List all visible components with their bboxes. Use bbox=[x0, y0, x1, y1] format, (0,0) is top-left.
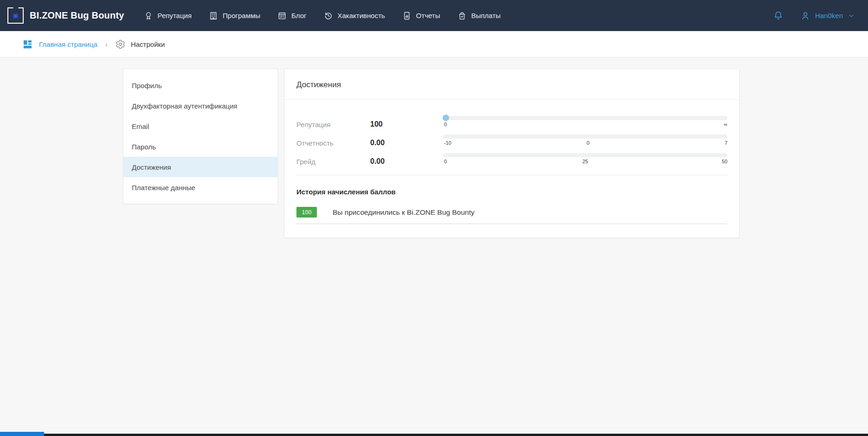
user-icon bbox=[800, 11, 810, 21]
building-icon bbox=[209, 11, 218, 20]
settings-sidebar: Профиль Двухфакторная аутентификация Ema… bbox=[123, 69, 278, 204]
metric-row-reputation: Репутация 100 0 ∞ bbox=[296, 115, 727, 134]
breadcrumb-current: Настройки bbox=[116, 39, 165, 49]
sidebar-item-email[interactable]: Email bbox=[123, 116, 277, 136]
breadcrumb: Главная страница › Настройки bbox=[0, 31, 868, 58]
nav-item-reports[interactable]: Отчеты bbox=[402, 11, 440, 20]
username: Han0ken bbox=[815, 12, 843, 19]
page-content: Профиль Двухфакторная аутентификация Ema… bbox=[0, 58, 868, 434]
payout-icon bbox=[457, 11, 467, 20]
slider-track bbox=[443, 135, 727, 139]
bizone-bug-icon bbox=[7, 7, 24, 24]
slider-track bbox=[443, 153, 727, 157]
nav-item-blog[interactable]: Блог bbox=[277, 11, 306, 20]
nav-item-label: Программы bbox=[223, 12, 260, 19]
sidebar-item-label: Профиль bbox=[132, 82, 162, 90]
breadcrumb-home-label: Главная страница bbox=[39, 40, 97, 48]
panel-header: Достижения bbox=[284, 69, 739, 100]
scale-min: 0 bbox=[444, 122, 447, 127]
metric-value: 0.00 bbox=[370, 157, 443, 166]
slider-scale: 0 25 50 bbox=[443, 159, 727, 165]
slider-track bbox=[443, 116, 727, 120]
dashboard-icon bbox=[22, 39, 33, 50]
sidebar-item-password[interactable]: Пароль bbox=[123, 136, 277, 157]
medal-icon bbox=[144, 11, 153, 20]
slider-handle[interactable] bbox=[443, 115, 449, 121]
scrollbar-accent bbox=[0, 432, 44, 436]
metric-label: Репутация bbox=[296, 121, 370, 128]
sidebar-item-profile[interactable]: Профиль bbox=[123, 75, 277, 96]
brand-logo[interactable]: BI.ZONE Bug Bounty bbox=[7, 7, 124, 24]
sidebar-item-label: Достижения bbox=[132, 163, 171, 171]
nav-item-payouts[interactable]: Выплаты bbox=[457, 11, 501, 20]
main-menu: Репутация Программы Блог Хакактивность О… bbox=[144, 11, 501, 20]
scale-max: ∞ bbox=[724, 122, 727, 127]
section-divider bbox=[296, 175, 727, 175]
user-menu[interactable]: Han0ken bbox=[800, 11, 855, 21]
top-navigation: BI.ZONE Bug Bounty Репутация Программы Б… bbox=[0, 0, 868, 31]
gear-icon bbox=[116, 39, 125, 49]
nav-item-label: Репутация bbox=[158, 12, 192, 19]
notifications-button[interactable] bbox=[773, 10, 784, 21]
scale-mid: 0 bbox=[587, 140, 590, 146]
metric-value: 100 bbox=[370, 120, 443, 128]
report-icon bbox=[402, 11, 411, 20]
scale-max: 7 bbox=[725, 140, 727, 146]
metrics-section: Репутация 100 0 ∞ Отчетность 0.00 bbox=[284, 100, 739, 175]
slider-scale: -10 0 7 bbox=[443, 140, 727, 147]
points-history-section: История начисления баллов 100 Вы присоед… bbox=[284, 188, 739, 224]
breadcrumb-current-label: Настройки bbox=[131, 40, 165, 48]
accountability-slider: -10 0 7 bbox=[443, 135, 727, 147]
newspaper-icon bbox=[277, 11, 287, 20]
horizontal-scrollbar[interactable] bbox=[0, 434, 868, 436]
points-badge: 100 bbox=[296, 207, 317, 218]
nav-item-label: Выплаты bbox=[471, 12, 501, 19]
nav-item-label: Отчеты bbox=[416, 12, 440, 19]
nav-item-programs[interactable]: Программы bbox=[209, 11, 260, 20]
achievements-panel: Достижения Репутация 100 0 ∞ Отчетность bbox=[284, 69, 739, 238]
nav-right: Han0ken bbox=[773, 10, 855, 21]
reputation-slider: 0 ∞ bbox=[443, 116, 727, 128]
slider-scale: 0 ∞ bbox=[443, 122, 727, 128]
scale-min: 0 bbox=[444, 159, 447, 164]
breadcrumb-separator: › bbox=[97, 40, 116, 48]
points-history-title: История начисления баллов bbox=[296, 188, 727, 196]
breadcrumb-home-link[interactable]: Главная страница bbox=[22, 39, 97, 50]
sidebar-item-achievements[interactable]: Достижения bbox=[123, 157, 277, 177]
grade-slider: 0 25 50 bbox=[443, 153, 727, 165]
history-icon bbox=[324, 11, 333, 20]
metric-value: 0.00 bbox=[370, 139, 443, 147]
sidebar-item-2fa[interactable]: Двухфакторная аутентификация bbox=[123, 96, 277, 116]
nav-item-label: Блог bbox=[291, 12, 306, 19]
nav-item-hackactivity[interactable]: Хакактивность bbox=[324, 11, 385, 20]
history-entry-text: Вы присоединились к Bi.ZONE Bug Bounty bbox=[333, 208, 475, 217]
panel-title: Достижения bbox=[296, 80, 341, 89]
sidebar-item-label: Email bbox=[132, 122, 149, 130]
metric-label: Отчетность bbox=[296, 139, 370, 147]
metric-label: Грейд bbox=[296, 158, 370, 166]
chevron-down-icon bbox=[848, 12, 855, 19]
scale-mid: 25 bbox=[582, 159, 588, 164]
brand-name: BI.ZONE Bug Bounty bbox=[30, 10, 124, 21]
sidebar-item-label: Пароль bbox=[132, 143, 156, 151]
nav-item-reputation[interactable]: Репутация bbox=[144, 11, 192, 20]
sidebar-item-label: Двухфакторная аутентификация bbox=[132, 102, 238, 110]
sidebar-item-label: Платежные данные bbox=[132, 184, 195, 192]
bell-icon bbox=[773, 10, 784, 21]
scale-max: 50 bbox=[722, 159, 727, 164]
metric-row-grade: Грейд 0.00 0 25 50 bbox=[296, 152, 727, 171]
history-entry: 100 Вы присоединились к Bi.ZONE Bug Boun… bbox=[296, 207, 727, 224]
sidebar-item-payment-details[interactable]: Платежные данные bbox=[123, 177, 277, 198]
nav-item-label: Хакактивность bbox=[338, 12, 385, 19]
metric-row-accountability: Отчетность 0.00 -10 0 7 bbox=[296, 134, 727, 152]
scale-min: -10 bbox=[444, 140, 451, 146]
